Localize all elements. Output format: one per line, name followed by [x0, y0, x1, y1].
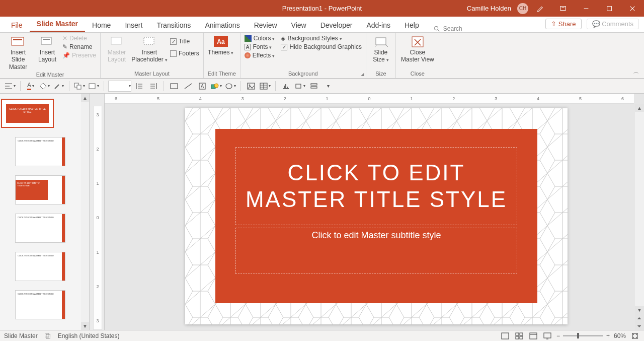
- fonts-button[interactable]: AFonts: [245, 43, 275, 50]
- colors-button[interactable]: Colors: [245, 35, 275, 42]
- layout-icon: [39, 36, 55, 48]
- background-dialog-launcher[interactable]: ◢: [361, 72, 364, 77]
- shape-picker[interactable]: ▾: [108, 81, 131, 92]
- quick-styles-button[interactable]: ▾: [88, 81, 100, 92]
- slide-master-icon: [10, 36, 26, 48]
- zoom-in-button[interactable]: +: [606, 332, 610, 339]
- status-bar: Slide Master ⿻ English (United States) −…: [0, 330, 644, 341]
- zoom-slider[interactable]: − +: [556, 332, 610, 339]
- thumbnail-layout-4[interactable]: CLICK TO EDIT MASTER TITLE STYLE: [15, 252, 65, 281]
- accessibility-icon[interactable]: ⿻: [45, 332, 51, 339]
- slide-size-button[interactable]: Slide Size: [370, 35, 391, 63]
- next-slide-icon[interactable]: ⏷: [635, 322, 644, 330]
- tab-help[interactable]: Help: [397, 18, 426, 32]
- slide-canvas[interactable]: CLICK TO EDIT MASTER TITLE STYLE Click t…: [185, 108, 568, 324]
- effects-button[interactable]: Effects: [245, 52, 275, 59]
- chart-button[interactable]: [280, 81, 292, 92]
- tell-me-search[interactable]: Search: [433, 25, 462, 32]
- draw-mode-icon[interactable]: [528, 0, 551, 17]
- tab-file[interactable]: File: [4, 18, 30, 32]
- shapes-gallery[interactable]: ▾: [210, 81, 222, 92]
- title-checkbox[interactable]: ✓Title: [170, 38, 199, 45]
- tab-view[interactable]: View: [284, 18, 313, 32]
- background-styles-button[interactable]: ◈Background Styles: [281, 35, 361, 42]
- tab-developer[interactable]: Developer: [313, 18, 360, 32]
- group-label-size: Size: [370, 70, 391, 78]
- hide-bg-checkbox[interactable]: ✓Hide Background Graphics: [281, 43, 361, 50]
- align-left-cell[interactable]: [133, 81, 145, 92]
- main-scroll-up-icon[interactable]: ▲: [635, 104, 644, 112]
- font-color-button[interactable]: A▾: [25, 81, 37, 92]
- thumbnail-layout-1[interactable]: CLICK TO EDIT MASTER TITLE STYLE: [15, 137, 65, 166]
- rectangle-shape[interactable]: [168, 81, 180, 92]
- tab-review[interactable]: Review: [247, 18, 284, 32]
- zoom-out-button[interactable]: −: [556, 332, 560, 339]
- close-master-icon: [410, 36, 426, 48]
- master-subtitle-placeholder[interactable]: Click to edit Master subtitle style: [235, 228, 517, 274]
- fit-to-window-button[interactable]: [630, 332, 640, 340]
- rename-button[interactable]: ✎Rename: [62, 43, 96, 50]
- picture-button[interactable]: [245, 81, 257, 92]
- normal-view-button[interactable]: [500, 332, 510, 340]
- bg-styles-icon: ◈: [281, 35, 285, 42]
- align-button[interactable]: ▾: [4, 81, 16, 92]
- prev-slide-icon[interactable]: ⏶: [635, 314, 644, 322]
- share-button[interactable]: ⇧ Share: [545, 19, 581, 29]
- maximize-button[interactable]: [598, 0, 621, 17]
- textbox-shape[interactable]: A: [196, 81, 208, 92]
- tab-slide-master[interactable]: Slide Master: [30, 17, 85, 32]
- outline-color-button[interactable]: ▾: [53, 81, 65, 92]
- comments-button[interactable]: 💬 Comments: [587, 19, 639, 29]
- shape-format-toolbar: ▾ A▾ ▾ ▾ ▾ ▾ ▾ A ▾ ▾ ▾ ▾ ▾: [0, 79, 644, 94]
- footers-checkbox[interactable]: Footers: [170, 50, 199, 57]
- themes-button[interactable]: Aa Themes: [208, 35, 234, 56]
- slide-edit-area[interactable]: 6543210123456 CLICK TO EDIT MASTER TITLE…: [105, 94, 644, 330]
- master-title-placeholder[interactable]: CLICK TO EDIT MASTER TITLE STYLE: [235, 147, 517, 225]
- reading-view-button[interactable]: [528, 332, 538, 340]
- main-scrollbar[interactable]: ▲ ▼ ⏶ ⏷: [635, 104, 644, 330]
- status-language[interactable]: English (United States): [58, 332, 120, 339]
- user-avatar[interactable]: CH: [517, 3, 528, 14]
- tab-animations[interactable]: Animations: [198, 18, 247, 32]
- zoom-level[interactable]: 60%: [614, 332, 626, 339]
- ribbon-display-icon[interactable]: [551, 0, 575, 17]
- close-master-view-button[interactable]: Close Master View: [400, 35, 435, 63]
- thumbnail-layout-5[interactable]: CLICK TO EDIT MASTER TITLE STYLE: [15, 290, 65, 319]
- svg-rect-26: [311, 84, 317, 85]
- tab-transitions[interactable]: Transitions: [149, 18, 198, 32]
- main-scroll-down-icon[interactable]: ▼: [635, 306, 644, 314]
- thumbnail-master[interactable]: CLICK TO EDIT MASTER TITLESTYLE: [1, 99, 54, 128]
- line-shape[interactable]: [182, 81, 194, 92]
- insert-placeholder-button[interactable]: Insert Placeholder: [132, 35, 167, 63]
- close-button[interactable]: [621, 0, 644, 17]
- arrange-button[interactable]: ▾: [73, 81, 86, 92]
- tab-home[interactable]: Home: [85, 18, 118, 32]
- minimize-button[interactable]: [575, 0, 598, 17]
- fill-color-button[interactable]: ▾: [39, 81, 51, 92]
- more-tools-icon[interactable]: ▾: [322, 81, 334, 92]
- status-mode[interactable]: Slide Master: [4, 332, 38, 339]
- tab-add-ins[interactable]: Add-ins: [359, 18, 397, 32]
- svg-rect-33: [516, 336, 519, 339]
- align-right-cell[interactable]: [147, 81, 159, 92]
- insert-slide-master-button[interactable]: Insert Slide Master: [4, 35, 32, 71]
- group-label-close: Close: [400, 70, 435, 78]
- thumbnail-layout-3[interactable]: CLICK TO EDIT MASTER TITLE STYLE: [15, 214, 65, 243]
- thumbnail-pane[interactable]: CLICK TO EDIT MASTER TITLESTYLE CLICK TO…: [0, 94, 90, 330]
- thumbnail-layout-2[interactable]: CLICK TO EDIT MASTERTITLE STYLE: [15, 175, 65, 204]
- tab-insert[interactable]: Insert: [118, 18, 149, 32]
- slideshow-button[interactable]: [542, 332, 552, 340]
- insert-layout-button[interactable]: Insert Layout: [35, 35, 59, 63]
- user-name[interactable]: Camille Holden: [467, 5, 515, 12]
- thumbnail-scrollbar[interactable]: ▲ ▼: [81, 94, 89, 330]
- svg-point-2: [434, 27, 438, 30]
- scroll-down-icon[interactable]: ▼: [81, 322, 89, 330]
- oval-shape[interactable]: ▾: [224, 81, 236, 92]
- table-button[interactable]: ▾: [259, 81, 271, 92]
- crop-button[interactable]: ▾: [294, 81, 306, 92]
- selection-pane-button[interactable]: [308, 81, 320, 92]
- slide-sorter-button[interactable]: [514, 332, 524, 340]
- collapse-ribbon-button[interactable]: ︿: [633, 68, 639, 76]
- scroll-up-icon[interactable]: ▲: [81, 94, 89, 102]
- svg-point-21: [226, 84, 232, 89]
